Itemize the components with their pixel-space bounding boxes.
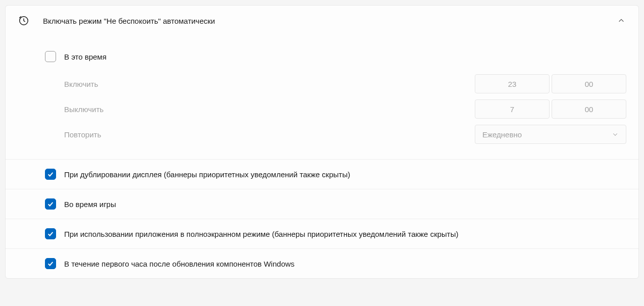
chevron-up-icon bbox=[616, 16, 626, 26]
repeat-value: Ежедневно bbox=[482, 130, 612, 139]
checkbox-duplicate-display[interactable] bbox=[45, 169, 56, 180]
enable-time-row: Включить 23 00 bbox=[45, 71, 626, 96]
disable-minute-input[interactable]: 00 bbox=[552, 99, 626, 119]
option-label: В течение первого часа после обновления … bbox=[64, 260, 294, 268]
enable-label: Включить bbox=[64, 80, 475, 88]
repeat-select[interactable]: Ежедневно bbox=[475, 125, 626, 144]
dnd-auto-panel: Включать режим "Не беспокоить" автоматич… bbox=[5, 5, 639, 279]
checkbox-fullscreen[interactable] bbox=[45, 228, 56, 239]
option-after-update: В течение первого часа после обновления … bbox=[6, 248, 638, 278]
chevron-down-icon bbox=[612, 131, 619, 138]
option-duplicate-display: При дублировании дисплея (баннеры приори… bbox=[6, 159, 638, 189]
repeat-label: Повторить bbox=[64, 130, 475, 139]
enable-minute-input[interactable]: 00 bbox=[552, 74, 626, 93]
option-gaming: Во время игры bbox=[6, 189, 638, 219]
option-during-time: В это время bbox=[6, 36, 638, 71]
disable-label: Выключить bbox=[64, 105, 475, 114]
option-fullscreen: При использовании приложения в полноэкра… bbox=[6, 219, 638, 248]
option-label: В это время bbox=[64, 53, 107, 61]
checkbox-gaming[interactable] bbox=[45, 198, 56, 210]
enable-hour-input[interactable]: 23 bbox=[475, 74, 550, 93]
time-settings-block: Включить 23 00 Выключить 7 00 Повторить … bbox=[6, 71, 638, 159]
checkbox-during-time[interactable] bbox=[45, 51, 56, 62]
option-label: При дублировании дисплея (баннеры приори… bbox=[64, 170, 350, 179]
checkbox-after-update[interactable] bbox=[45, 258, 56, 269]
disable-hour-input[interactable]: 7 bbox=[475, 99, 550, 119]
option-label: При использовании приложения в полноэкра… bbox=[64, 230, 458, 238]
repeat-row: Повторить Ежедневно bbox=[45, 122, 626, 147]
clock-history-icon bbox=[18, 15, 30, 27]
disable-time-row: Выключить 7 00 bbox=[45, 96, 626, 122]
panel-header[interactable]: Включать режим "Не беспокоить" автоматич… bbox=[6, 6, 638, 36]
option-label: Во время игры bbox=[64, 200, 116, 209]
panel-title: Включать режим "Не беспокоить" автоматич… bbox=[43, 17, 616, 25]
